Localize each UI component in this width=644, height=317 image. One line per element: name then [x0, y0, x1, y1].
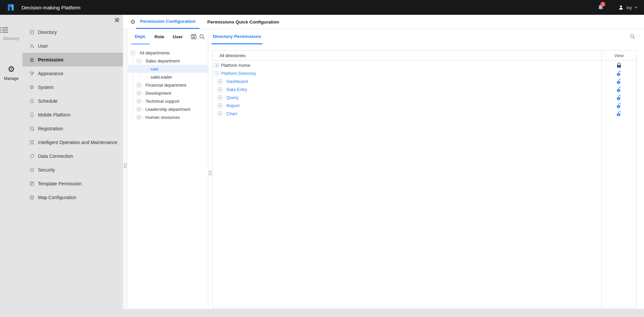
sidebar-item-label: Registration	[38, 126, 63, 131]
user-menu[interactable]: icy	[618, 5, 638, 10]
department-tree-node[interactable]: Technical support	[128, 97, 208, 105]
main-tab[interactable]: Permission Configuration	[136, 15, 200, 29]
department-tree-node[interactable]: sale	[128, 65, 208, 73]
department-tree-node[interactable]: All departments	[128, 49, 208, 57]
sidebar-item-label: Directory	[38, 30, 57, 35]
expander-icon[interactable]	[137, 91, 141, 95]
drag-handle-icon[interactable]	[124, 164, 127, 168]
main-content: ⚙ Permission Configuration Permissions Q…	[123, 15, 644, 309]
table-header: All directories View	[213, 51, 636, 60]
expander-icon[interactable]	[137, 99, 141, 103]
main-tab[interactable]: Permissions Quick Configuration	[203, 15, 283, 29]
sidebar-item[interactable]: Directory	[23, 25, 123, 39]
tree-node-label[interactable]: saleLeader	[151, 75, 172, 80]
panel-tab[interactable]: User	[169, 29, 186, 44]
unlocked-icon[interactable]	[616, 95, 622, 100]
expander-icon[interactable]	[215, 63, 219, 67]
directory-node-label[interactable]: Platform Directory	[221, 71, 256, 76]
sidebar-item[interactable]: Appearance	[23, 66, 123, 80]
panel-tab-label: Dept.	[135, 34, 146, 39]
tree-node-label[interactable]: Sales department	[145, 58, 180, 63]
sidebar-item[interactable]: User	[23, 39, 123, 53]
unlocked-icon[interactable]	[616, 111, 622, 116]
tree-node-label[interactable]: All departments	[139, 50, 170, 55]
unlocked-icon[interactable]	[616, 79, 622, 84]
sidebar-item-label: Schedule	[38, 98, 57, 104]
notification-bell-icon[interactable]: 1	[597, 4, 604, 11]
sidebar-item[interactable]: Map Configuration	[23, 190, 123, 204]
sidebar-item[interactable]: Intelligent Operation and Maintenance	[23, 135, 123, 149]
tree-node-label[interactable]: Financial department	[145, 83, 186, 88]
directory-node-label[interactable]: Data Entry	[226, 87, 247, 92]
sidebar-menu-list: Directory User Permission Appearance ⚙ S…	[23, 25, 123, 204]
tree-node-label[interactable]: sale	[151, 66, 159, 72]
column-header-all-directories: All directories	[213, 53, 602, 58]
sidebar-item[interactable]: Security	[23, 163, 123, 177]
table-row: Data Entry	[213, 85, 636, 93]
rail-item[interactable]: Directory	[0, 27, 23, 41]
tree-node-label[interactable]: Human resources	[145, 115, 180, 120]
expander-icon[interactable]	[137, 115, 141, 120]
expander-icon[interactable]	[137, 107, 141, 111]
department-tree-node[interactable]: Leadership department	[128, 105, 208, 113]
expander-icon[interactable]	[215, 71, 219, 76]
tree-node-label[interactable]: Development	[145, 91, 171, 96]
sidebar-item[interactable]: Schedule	[23, 94, 123, 108]
directory-node-label[interactable]: Platform Home	[221, 63, 250, 68]
unpin-icon[interactable]	[114, 17, 120, 24]
expander-icon[interactable]	[218, 87, 222, 92]
locked-icon[interactable]	[617, 63, 621, 68]
department-tree-node[interactable]: saleLeader	[128, 73, 208, 81]
sidebar-item[interactable]: Template Permission	[23, 177, 123, 190]
department-tree-node[interactable]: Human resources	[128, 113, 208, 121]
organization-icon[interactable]	[190, 34, 197, 40]
department-tree-node[interactable]: Sales department	[128, 57, 208, 65]
drag-handle-icon[interactable]	[209, 171, 212, 175]
expander-icon[interactable]	[137, 59, 141, 63]
system-gear-icon: ⚙	[29, 84, 35, 90]
expander-icon[interactable]	[218, 79, 222, 84]
expander-icon[interactable]	[218, 103, 222, 108]
department-tree-node[interactable]: Development	[128, 89, 208, 97]
expander-icon[interactable]	[218, 111, 222, 116]
search-icon[interactable]	[199, 34, 205, 40]
sidebar-collapse-strip[interactable]	[123, 29, 128, 309]
user-avatar-icon	[618, 5, 624, 10]
search-icon[interactable]	[630, 34, 635, 39]
unlocked-icon[interactable]	[616, 87, 622, 92]
app-logo-icon	[7, 4, 14, 11]
directory-node-label[interactable]: Dashboard	[226, 79, 248, 84]
registration-icon	[29, 126, 35, 131]
department-tree-node[interactable]: Financial department	[128, 81, 208, 89]
expander-icon[interactable]	[137, 83, 141, 87]
expander-icon[interactable]	[218, 95, 222, 100]
sidebar-item[interactable]: Permission	[23, 53, 123, 66]
directory-node-label[interactable]: Query	[226, 95, 238, 100]
directory-rail-icon	[0, 27, 23, 33]
tab-directory-permissions[interactable]: Directory Permissions	[212, 29, 262, 44]
user-icon	[29, 43, 35, 49]
sidebar-item[interactable]: Mobile Platform	[23, 108, 123, 122]
panel-tab[interactable]: Role	[151, 29, 168, 44]
directory-icon	[29, 29, 35, 35]
panel-tab-label: User	[173, 34, 183, 39]
tree-node-label[interactable]: Leadership department	[145, 107, 190, 112]
sidebar-item-label: Intelligent Operation and Maintenance	[38, 140, 118, 145]
settings-gear-icon[interactable]: ⚙	[130, 19, 136, 25]
expander-icon[interactable]	[131, 51, 135, 55]
unlocked-icon[interactable]	[616, 71, 622, 76]
template-permission-icon	[29, 181, 35, 186]
sidebar-item[interactable]: Registration	[23, 122, 123, 135]
department-tree: All departments Sales department sale	[128, 44, 208, 121]
sidebar-item[interactable]: Data Connection	[23, 149, 123, 163]
unlocked-icon[interactable]	[616, 103, 622, 108]
rail-item[interactable]: ⚙ Manage	[0, 65, 23, 81]
notification-badge: 1	[600, 2, 605, 7]
panel-splitter[interactable]	[208, 29, 212, 309]
directory-node-label[interactable]: Report	[226, 103, 240, 108]
directory-node-label[interactable]: Chart	[226, 111, 237, 116]
appearance-icon	[29, 71, 35, 76]
sidebar-item[interactable]: ⚙ System	[23, 80, 123, 94]
tree-node-label[interactable]: Technical support	[145, 99, 179, 104]
panel-tab[interactable]: Dept.	[131, 29, 150, 44]
